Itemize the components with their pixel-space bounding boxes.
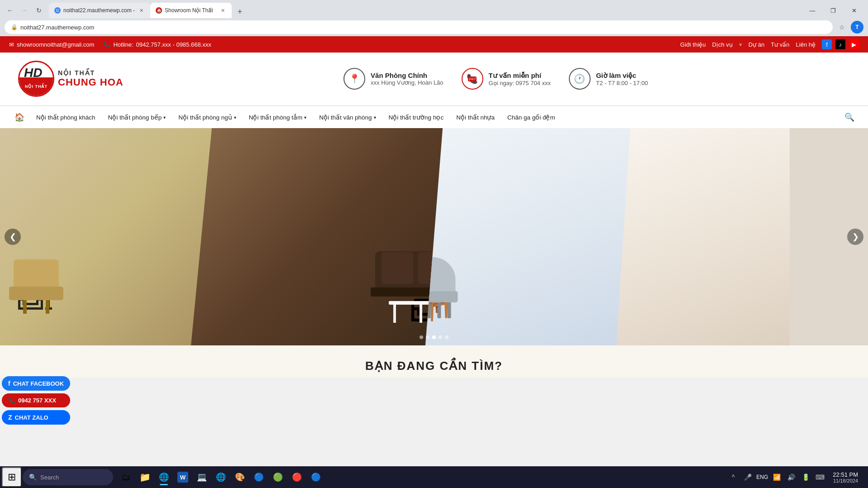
tab1-title: noithat22.mauthemewp.com - [63,7,135,14]
address-bar[interactable]: 🔒 [5,20,833,34]
consult-text: Tư vấn miễn phí Gọi ngay: 0975 704 xxx [489,72,551,86]
chrome-icon: 🔵 [254,472,264,482]
close-button[interactable]: ✕ [844,3,864,18]
office-text: Văn Phòng Chính xxx Hùng Vương, Hoàn Lão [371,72,444,86]
topnav-du-an[interactable]: Dự án [749,41,764,48]
start-button[interactable]: ⊞ [2,467,22,487]
topnav-tu-van[interactable]: Tư vấn [771,41,789,48]
dot-2[interactable] [426,335,429,339]
taskbar-app-browser2[interactable]: 🌐 [212,468,230,486]
hours-info: 🕐 Giờ làm việc T2 - T7 8:00 - 17:00 [569,68,648,90]
tray-mic[interactable]: 🎤 [741,471,754,483]
forward-button[interactable]: → [18,4,31,17]
files-icon: 📁 [139,472,151,483]
maximize-button[interactable]: ❐ [823,3,844,18]
dot-4[interactable] [439,335,442,339]
slider-next-button[interactable]: ❯ [847,229,863,245]
top-bar: ✉ showroomnoithat@gmail.com 📞 Hotline: 0… [0,36,868,53]
taskbar-app-word[interactable]: W [174,468,192,486]
topnav-lien-he[interactable]: Liên hệ [796,41,816,48]
nav-truong-hoc[interactable]: Nội thất trường học [382,106,450,128]
consult-icon: 📞 24/7 [462,68,483,90]
tray-battery[interactable]: 🔋 [799,471,812,483]
tab2-favicon: 🏠 [156,7,162,14]
hotline-label: Hotline: [113,41,133,48]
hero-image: 🪴 [0,128,868,345]
tray-chevron[interactable]: ^ [727,471,739,483]
tab1-close[interactable]: ✕ [138,7,145,14]
phpstorm-icon: 🎨 [235,472,245,482]
taskbar-app-chrome[interactable]: 🔵 [250,468,268,486]
chevron-down-icon-3: ▾ [304,115,306,120]
chevron-down-icon: ▾ [163,115,166,120]
hero-segment-2: 🪴 [191,128,451,345]
address-bar-row: 🔒 ☆ T [0,18,868,36]
tray-lang[interactable]: ENG [756,471,768,483]
taskbar-app-explorer[interactable]: 🗂 [117,468,135,486]
taskbar-app-green[interactable]: 🟢 [269,468,287,486]
nav-search-button[interactable]: 🔍 [840,112,859,122]
clock-time: 22:51 PM [833,471,858,478]
reload-button[interactable]: ↻ [33,4,45,17]
chat-zalo-button[interactable]: Z CHAT ZALO [2,410,70,425]
taskbar-clock[interactable]: 22:51 PM 11/18/2024 [828,469,863,485]
nav-van-phong[interactable]: Nội thất văn phòng ▾ [313,106,382,128]
tray-wifi[interactable]: 📶 [770,471,783,483]
dot-5[interactable] [445,335,448,339]
window-controls: — ❐ ✕ [802,3,864,18]
topnav-gioi-thieu[interactable]: Giới thiệu [680,41,706,48]
tray-keyboard[interactable]: ⌨ [814,471,826,483]
nav-phong-ngu[interactable]: Nội thất phòng ngủ ▾ [172,106,243,128]
taskbar-app-edge[interactable]: 🌐 [155,468,173,486]
floating-buttons: f CHAT FACEBOOK 📞 0942 757 XXX Z CHAT ZA… [0,376,70,425]
nav-nhua[interactable]: Nội thất nhựa [450,106,501,128]
clock-date: 11/18/2024 [833,478,858,483]
nav-home[interactable]: 🏠 [9,106,30,128]
email-contact: ✉ showroomnoithat@gmail.com [9,41,94,48]
nav-phong-khach[interactable]: Nội thất phòng khách [30,106,102,128]
topnav-dich-vu[interactable]: Dịch vụ [712,41,733,48]
taskbar-app-red[interactable]: 🔴 [288,468,306,486]
slider-prev-button[interactable]: ❮ [5,229,21,245]
hotline-contact: 📞 Hotline: 0942.757.xxx - 0985.668.xxx [103,41,211,48]
address-input[interactable] [20,24,826,31]
chat-facebook-button[interactable]: f CHAT FACEBOOK [2,376,70,391]
taskbar-app-vscode[interactable]: 💻 [193,468,211,486]
nav-phong-tam[interactable]: Nội thất phòng tắm ▾ [243,106,313,128]
new-tab-button[interactable]: + [234,5,246,18]
dot-1[interactable] [420,335,423,339]
consult-title: Tư vấn miễn phí [489,72,551,80]
profile-button[interactable]: T [851,21,863,33]
taskbar-search-box[interactable]: 🔍 Search [23,469,113,485]
tab-1[interactable]: G noithat22.mauthemewp.com - ✕ [49,3,150,18]
nav-chan-ga[interactable]: Chăn ga gối đệm [501,106,562,128]
bookmark-button[interactable]: ☆ [835,21,848,33]
logo-circle: HD NỘI THẤT [18,61,54,97]
minimize-button[interactable]: — [802,3,823,18]
tab2-close[interactable]: ✕ [219,7,226,14]
chevron-down-icon-2: ▾ [234,115,236,120]
bookshelf-decor [823,128,868,318]
location-icon: 📍 [343,68,365,90]
back-button[interactable]: ← [4,4,16,17]
dot-3[interactable] [432,335,436,339]
tray-volume[interactable]: 🔊 [785,471,797,483]
taskbar-app-phpstorm[interactable]: 🎨 [231,468,249,486]
tiktok-icon[interactable]: ♪ [835,39,845,49]
facebook-chat-icon: f [8,380,10,387]
facebook-icon[interactable]: f [822,39,832,49]
youtube-icon[interactable]: ▶ [849,39,859,49]
top-bar-right: Giới thiệu Dịch vụ ▾ Dự án Tư vấn Liên h… [680,39,859,49]
taskbar-app-files[interactable]: 📁 [136,468,154,486]
tab-2[interactable]: 🏠 Showroom Nội Thất ✕ [150,3,232,18]
logo-area[interactable]: HD NỘI THẤT NỘI THẤT CHUNG HOA [18,61,124,97]
file-explorer-icon: 🗂 [121,472,130,483]
clock-icon: 🕐 [569,68,591,90]
call-button[interactable]: 📞 0942 757 XXX [2,393,70,407]
nav-phong-bep[interactable]: Nội thất phòng bếp ▾ [102,106,172,128]
taskbar-app-blue2[interactable]: 🔵 [307,468,325,486]
blue2-app-icon: 🔵 [311,472,321,482]
header-info: 📍 Văn Phòng Chính xxx Hùng Vương, Hoàn L… [142,68,850,90]
hero-segment-4 [616,128,790,345]
top-bar-left: ✉ showroomnoithat@gmail.com 📞 Hotline: 0… [9,41,211,48]
